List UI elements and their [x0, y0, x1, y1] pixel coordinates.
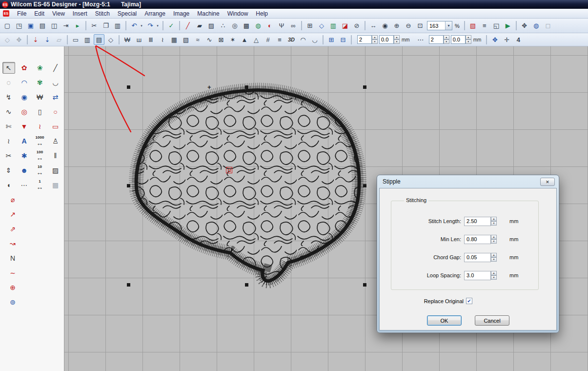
scissors-tool[interactable]: ✂	[2, 150, 15, 162]
fancy-fill-type-icon[interactable]: ▩	[241, 21, 252, 31]
travel-1000-tool[interactable]: 1000 ↔	[34, 135, 46, 147]
sphere-tool[interactable]: ◉	[18, 91, 31, 103]
numeric-field-a[interactable]	[429, 35, 444, 44]
freehand-select-tool[interactable]: ◌	[2, 77, 15, 88]
motif-run-icon[interactable]: ≀	[157, 34, 168, 45]
branching-tool-icon[interactable]: Ψ	[276, 21, 287, 31]
param-input[interactable]	[464, 271, 491, 280]
undo-icon[interactable]: ↶	[129, 21, 140, 31]
separator[interactable]	[516, 21, 517, 30]
run-stitch-tool[interactable]: ≀	[34, 121, 46, 132]
separator[interactable]	[486, 35, 487, 44]
redo-dropdown-icon[interactable]: ▾	[155, 21, 160, 31]
param-input[interactable]	[464, 253, 491, 262]
ellipse-tool[interactable]: ○	[49, 106, 62, 118]
cancel-button[interactable]: Cancel	[475, 315, 509, 326]
menu-help[interactable]: Help	[252, 9, 272, 18]
center-design-icon[interactable]: ✛	[501, 34, 512, 45]
verify-stitches-icon[interactable]: ✓	[166, 21, 177, 31]
separator[interactable]	[67, 35, 68, 44]
menu-file[interactable]: File	[13, 9, 30, 18]
selection-handle[interactable]	[127, 283, 130, 287]
digitize-bud-tool[interactable]: ❀	[34, 62, 46, 74]
digitize-flower-tool[interactable]: ✿	[18, 62, 31, 74]
separator[interactable]	[125, 21, 126, 30]
spin-up-icon[interactable]: ▲	[491, 253, 497, 257]
spin-up-icon[interactable]: ▲	[491, 271, 497, 275]
numeric-field-b[interactable]	[379, 35, 394, 44]
fan-stitch-tool[interactable]: ◖	[2, 179, 15, 191]
mirror-merge-tool[interactable]: ⇄	[49, 91, 62, 103]
show-hoop-icon[interactable]: ◇	[316, 21, 327, 31]
stipple-run-icon[interactable]: ▤	[94, 34, 104, 45]
group-lead-icon[interactable]: ⋯	[415, 34, 426, 45]
show-grid-icon[interactable]: ⊞	[304, 21, 315, 31]
spinner[interactable]: ▲ ▼	[491, 235, 497, 244]
stitch-angle-tool-a[interactable]: ↗	[6, 208, 19, 220]
spin-down-icon[interactable]: ▼	[491, 257, 497, 262]
pan-tool-icon[interactable]: ✥	[519, 21, 530, 31]
zoom-input[interactable]	[427, 22, 445, 29]
measure-icon[interactable]: ↔	[368, 21, 379, 31]
clipped-toolbar-item[interactable]: 4	[513, 34, 524, 45]
dialog-title[interactable]: Stipple	[377, 175, 559, 188]
knife-tool[interactable]: ✄	[2, 121, 15, 132]
zoom-dropdown-icon[interactable]: ▾	[445, 21, 452, 30]
menu-image[interactable]: Image	[169, 9, 193, 18]
lettering-tool[interactable]: A	[18, 135, 31, 147]
zoom-out-icon[interactable]: ⊖	[403, 21, 414, 31]
spinner[interactable]: ▲ ▼	[491, 253, 497, 262]
closed-object-icon[interactable]: ▥	[82, 34, 93, 45]
spin-down-icon[interactable]: ▼	[491, 239, 497, 244]
separator[interactable]	[85, 21, 86, 30]
selection-handle[interactable]	[245, 85, 248, 89]
export-machine-file-icon[interactable]: ⇥	[61, 21, 71, 31]
backstitch-icon[interactable]: #	[263, 34, 273, 45]
star-fill-icon[interactable]: ✶	[227, 34, 238, 45]
travel-1-tool[interactable]: 1 ↔	[34, 179, 46, 191]
density-icon[interactable]: ≡	[274, 34, 285, 45]
print-preview-icon[interactable]: ◫	[49, 21, 60, 31]
photo-flash-type-icon[interactable]: ◐	[264, 21, 275, 31]
undo-dropdown-icon[interactable]: ▾	[139, 21, 144, 31]
circle-run-tool[interactable]: ⌀	[6, 194, 19, 206]
spin-up-icon[interactable]: ▲	[444, 35, 449, 40]
threed-effect-icon[interactable]: 3D	[286, 34, 297, 45]
spinner[interactable]: ▲ ▼	[491, 217, 497, 226]
color-picker-disabled-icon[interactable]: ▱	[54, 34, 64, 45]
add-hole-tool[interactable]: ⊕	[6, 282, 19, 293]
cross-hatch-icon[interactable]: ⊠	[216, 34, 226, 45]
contour-fill-type-icon[interactable]: ◎	[229, 21, 240, 31]
spin-up-icon[interactable]: ▲	[394, 35, 400, 40]
portrait-tool[interactable]: ☻	[18, 165, 31, 176]
separator[interactable]	[464, 21, 465, 30]
stitch-angle-tool-b[interactable]: ⇗	[6, 223, 19, 235]
select-disabled-icon[interactable]: ◇	[2, 34, 13, 45]
closest-join-icon[interactable]: ∞	[288, 21, 299, 31]
run-stitch-type-icon[interactable]: ╱	[182, 21, 193, 31]
satin-stitch-type-icon[interactable]: ▰	[194, 21, 205, 31]
spinner[interactable]: ▲ ▼	[491, 271, 497, 280]
selection-handle[interactable]	[363, 184, 366, 187]
arc-tool[interactable]: ◡	[49, 77, 62, 88]
overview-window-icon[interactable]: ◱	[491, 21, 502, 31]
close-icon[interactable]: ✕	[540, 178, 555, 186]
stitch-list-icon[interactable]: ≡	[479, 21, 490, 31]
menu-insert[interactable]: Insert	[69, 9, 91, 18]
separator[interactable]	[27, 35, 28, 44]
thread-colors-icon[interactable]: ▥	[328, 21, 339, 31]
stitch-player-icon[interactable]: ▸	[72, 21, 83, 31]
spin-down-icon[interactable]: ▼	[491, 275, 497, 280]
design-properties-icon[interactable]: ◪	[340, 21, 350, 31]
wave-fill-icon[interactable]: ≈	[192, 34, 203, 45]
fur-stitch-tool[interactable]: ♙	[49, 135, 62, 147]
needle-point-red-icon[interactable]: ⇣	[30, 34, 41, 45]
e-stitch-icon[interactable]: ш	[134, 34, 144, 45]
selection-handle[interactable]	[127, 184, 130, 187]
param-input[interactable]	[464, 235, 491, 244]
reshape-disabled-icon[interactable]: ✥	[14, 34, 24, 45]
print-icon[interactable]: ▤	[37, 21, 48, 31]
dome-tool[interactable]: ◠	[18, 77, 31, 88]
menu-special[interactable]: Special	[114, 9, 141, 18]
menu-window[interactable]: Window	[223, 9, 252, 18]
